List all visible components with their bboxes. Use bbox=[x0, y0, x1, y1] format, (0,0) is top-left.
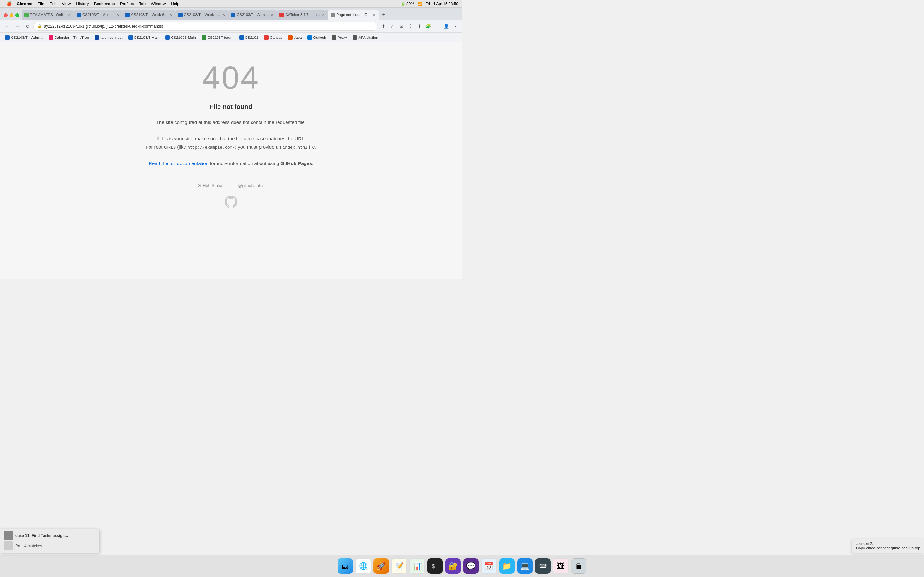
more-button[interactable]: ⋮ bbox=[451, 22, 459, 31]
menu-bookmarks[interactable]: Bookmarks bbox=[91, 0, 118, 7]
back-button[interactable]: ← bbox=[3, 22, 11, 31]
tab-favicon-week6 bbox=[125, 13, 129, 17]
tab-favicon-cs2103-1 bbox=[77, 13, 81, 17]
error-index-html: index.html bbox=[283, 145, 308, 150]
close-window-button[interactable] bbox=[4, 13, 8, 17]
menubar-right: 🔋 80% 📶 Fri 14 Apr 15:28:50 bbox=[401, 2, 458, 6]
bookmark-label-proxy: Proxy bbox=[338, 35, 347, 39]
tab-close-catcher[interactable]: ✕ bbox=[321, 13, 326, 17]
tab-label-catcher: CATcher 3.4.7 – nu... bbox=[285, 13, 320, 17]
tab-label-week6: CS2103/T – Week 6... bbox=[131, 13, 167, 17]
extensions-button[interactable]: 🧩 bbox=[424, 22, 433, 31]
app-name[interactable]: Chrome bbox=[14, 0, 35, 7]
docs-link[interactable]: Read the full documentation bbox=[149, 161, 208, 166]
tab-close-notfound[interactable]: ✕ bbox=[372, 13, 376, 17]
bookmark-label-forum: CS2103T forum bbox=[208, 35, 234, 39]
bookmark-label-cs2103: CS2103/T – Admi... bbox=[11, 35, 43, 39]
bookmark-fav-cs2109s bbox=[165, 35, 170, 40]
error-link-suffix: for more information about using bbox=[208, 161, 280, 166]
bookmark-button[interactable]: ☆ bbox=[388, 22, 397, 31]
traffic-lights bbox=[1, 13, 22, 20]
reader-mode-button[interactable]: ⊡ bbox=[397, 22, 405, 31]
menubar: 🍎 Chrome File Edit View History Bookmark… bbox=[0, 0, 462, 8]
tab-catcher[interactable]: CATcher 3.4.7 – nu... ✕ bbox=[277, 10, 328, 20]
tab-week6[interactable]: CS2103/T – Week 6... ✕ bbox=[123, 10, 176, 20]
bookmark-fav-cs2103-main bbox=[128, 35, 133, 40]
tab-close-week6[interactable]: ✕ bbox=[168, 13, 173, 17]
error-title: File not found bbox=[210, 103, 252, 111]
tab-label-cs2103-2: CS2103/T – Admi... bbox=[237, 13, 269, 17]
bookmark-talent[interactable]: talentconnect bbox=[92, 34, 125, 41]
bookmark-label-java: Java bbox=[294, 35, 302, 39]
forward-button[interactable]: → bbox=[13, 22, 22, 31]
menu-view[interactable]: View bbox=[59, 0, 73, 7]
bookmark-fav-calendar bbox=[49, 35, 53, 40]
menu-history[interactable]: History bbox=[73, 0, 91, 7]
tab-favicon-week1 bbox=[178, 13, 183, 17]
error-body: The site configured at this address does… bbox=[145, 118, 317, 168]
download-button[interactable]: ⬇ bbox=[415, 22, 423, 31]
error-body-3a: For root URLs (like bbox=[145, 144, 187, 150]
menu-tab[interactable]: Tab bbox=[136, 0, 148, 7]
tab-cs2103-admin2[interactable]: CS2103/T – Admi... ✕ bbox=[228, 10, 277, 20]
bookmark-cs2103t-forum[interactable]: CS2103T forum bbox=[199, 34, 236, 41]
menu-window[interactable]: Window bbox=[148, 0, 168, 7]
apple-menu[interactable]: 🍎 bbox=[4, 0, 14, 7]
bookmark-java[interactable]: Java bbox=[286, 34, 304, 41]
bookmark-proxy[interactable]: Proxy bbox=[329, 34, 349, 41]
bookmark-outlook[interactable]: Outlook bbox=[305, 34, 328, 41]
reload-button[interactable]: ↻ bbox=[23, 22, 32, 31]
tab-teammates[interactable]: TEAMMATES - Onli... ✕ bbox=[22, 10, 74, 20]
github-twitter-link: @githubstatus bbox=[238, 183, 264, 188]
bookmark-calendar[interactable]: Calendar – TimeTree bbox=[46, 34, 92, 41]
tab-label-teammates: TEAMMATES - Onli... bbox=[30, 13, 66, 17]
menu-help[interactable]: Help bbox=[168, 0, 182, 7]
sidebar-button[interactable]: ▭ bbox=[433, 22, 441, 31]
bookmark-label-cs2103-main: CS2103/T Main bbox=[134, 35, 160, 39]
menu-profiles[interactable]: Profiles bbox=[118, 0, 136, 7]
menu-file[interactable]: File bbox=[35, 0, 47, 7]
bookmark-apa[interactable]: APA citation bbox=[350, 34, 381, 41]
tab-label-week1: CS2103/T – Week 1... bbox=[184, 13, 220, 17]
tab-close-cs2103-2[interactable]: ✕ bbox=[270, 13, 274, 17]
bookmark-canvas[interactable]: Canvas bbox=[262, 34, 285, 41]
profile-button[interactable]: 👤 bbox=[442, 22, 451, 31]
maximize-window-button[interactable] bbox=[15, 13, 19, 17]
bookmark-fav-java bbox=[288, 35, 292, 40]
tab-label-cs2103-1: CS2103/T – Admi... bbox=[82, 13, 115, 17]
bookmark-fav-outlook bbox=[307, 35, 312, 40]
github-pages-text: GitHub Pages bbox=[280, 161, 312, 166]
error-body-line2: If this is your site, make sure that the… bbox=[145, 135, 317, 143]
error-code-example: http://example.com/ bbox=[187, 145, 235, 150]
tab-week1[interactable]: CS2103/T – Week 1... ✕ bbox=[176, 10, 228, 20]
tab-close-teammates[interactable]: ✕ bbox=[67, 13, 71, 17]
shield-button[interactable]: 🛡 bbox=[406, 22, 415, 31]
tab-close-cs2103-1[interactable]: ✕ bbox=[115, 13, 120, 17]
share-button[interactable]: ⬆ bbox=[379, 22, 388, 31]
clock: Fri 14 Apr 15:28:50 bbox=[425, 2, 458, 6]
address-bar[interactable]: 🔒 ay2223s2-cs2103-f10-1.github.io/tp/(#1… bbox=[33, 22, 378, 31]
bookmark-cs2103-admin[interactable]: CS2103/T – Admi... bbox=[3, 34, 45, 41]
tab-notfound[interactable]: Page not found · G... ✕ bbox=[328, 10, 379, 20]
tab-cs2103-admin1[interactable]: CS2103/T – Admi... ✕ bbox=[74, 10, 123, 20]
tab-favicon-catcher bbox=[279, 13, 284, 17]
bookmark-cs2103-main[interactable]: CS2103/T Main bbox=[126, 34, 162, 41]
bookmark-label-cs2101: CS2101 bbox=[245, 35, 258, 39]
tab-favicon-teammates bbox=[24, 13, 29, 17]
tab-close-week1[interactable]: ✕ bbox=[221, 13, 226, 17]
battery-icon: 🔋 80% bbox=[401, 2, 414, 6]
bookmark-fav-forum bbox=[202, 35, 206, 40]
bookmark-label-outlook: Outlook bbox=[313, 35, 326, 39]
page-content: 404 File not found The site configured a… bbox=[0, 42, 462, 279]
github-status-link: GitHub Status bbox=[197, 183, 223, 188]
tab-label-notfound: Page not found · G... bbox=[336, 13, 371, 17]
footer-dash: — bbox=[228, 183, 233, 188]
error-code: 404 bbox=[202, 61, 260, 93]
bookmark-fav-cs2103 bbox=[5, 35, 10, 40]
minimize-window-button[interactable] bbox=[10, 13, 13, 17]
bookmark-cs2109s[interactable]: CS2109S Main bbox=[163, 34, 198, 41]
bookmark-fav-talent bbox=[95, 35, 99, 40]
menu-edit[interactable]: Edit bbox=[47, 0, 59, 7]
new-tab-button[interactable]: + bbox=[379, 10, 388, 19]
bookmark-cs2101[interactable]: CS2101 bbox=[237, 34, 261, 41]
